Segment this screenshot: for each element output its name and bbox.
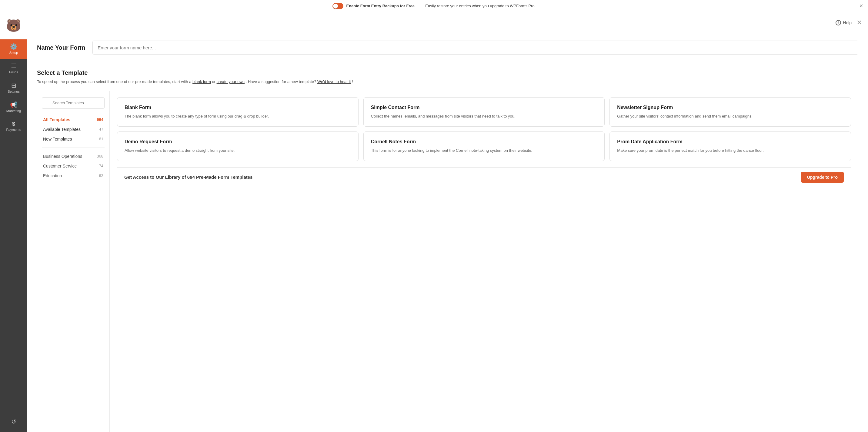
sidebar-label-fields: Fields: [9, 70, 18, 74]
sidebar-item-settings[interactable]: ⊟ Settings: [0, 78, 27, 98]
upsell-bar: Get Access to Our Library of 694 Pre-Mad…: [117, 167, 851, 187]
search-wrapper: 🔍: [42, 97, 104, 109]
filter-education-label: Education: [43, 173, 62, 178]
template-section: Select a Template To speed up the proces…: [27, 62, 868, 432]
sidebar-item-setup[interactable]: ⚙️ Setup: [0, 39, 27, 59]
logo-bear-icon: 🐻: [6, 19, 21, 33]
filter-business-count: 368: [97, 154, 103, 159]
header-bar: ? Help ✕: [27, 12, 868, 33]
help-circle-icon: ?: [836, 20, 841, 26]
sidebar-label-settings: Settings: [7, 90, 20, 93]
help-label: Help: [843, 20, 851, 25]
sidebar-logo: 🐻: [0, 12, 27, 39]
filter-customer-service[interactable]: Customer Service 74: [42, 161, 104, 171]
sidebar: 🐻 ⚙️ Setup ☰ Fields ⊟ Settings 📢 Marketi…: [0, 12, 27, 432]
backup-toggle[interactable]: [333, 3, 343, 9]
settings-icon: ⊟: [11, 82, 17, 89]
template-simple-contact-title: Simple Contact Form: [371, 105, 597, 110]
sidebar-item-revisions[interactable]: ↺: [0, 414, 27, 429]
templates-grid-area: Blank Form The blank form allows you to …: [110, 91, 858, 432]
revisions-icon: ↺: [11, 419, 17, 425]
template-prom-title: Prom Date Application Form: [617, 139, 843, 144]
filter-education[interactable]: Education 62: [42, 171, 104, 180]
template-prom-desc: Make sure your prom date is the perfect …: [617, 147, 843, 154]
filter-available-templates[interactable]: Available Templates 47: [42, 125, 104, 134]
sidebar-item-marketing[interactable]: 📢 Marketing: [0, 98, 27, 117]
template-card-cornell-notes[interactable]: Cornell Notes Form This form is for anyo…: [363, 131, 605, 161]
filter-business-label: Business Operations: [43, 154, 82, 159]
template-card-blank[interactable]: Blank Form The blank form allows you to …: [117, 97, 359, 127]
marketing-icon: 📢: [10, 102, 18, 108]
filter-available-label: Available Templates: [43, 127, 81, 132]
filter-customer-count: 74: [99, 164, 103, 168]
sidebar-bottom: ↺: [0, 414, 27, 432]
filter-new-templates[interactable]: New Templates 61: [42, 134, 104, 144]
template-blank-title: Blank Form: [125, 105, 351, 110]
setup-icon: ⚙️: [10, 44, 18, 50]
notification-sep: |: [420, 4, 421, 8]
fields-icon: ☰: [11, 63, 17, 69]
filter-divider: [42, 147, 104, 148]
form-name-label: Name Your Form: [37, 44, 85, 51]
sidebar-label-marketing: Marketing: [6, 109, 21, 113]
close-button[interactable]: ✕: [857, 19, 862, 27]
suggestion-link[interactable]: We'd love to hear it: [317, 79, 351, 84]
template-demo-desc: Allow website visitors to request a demo…: [125, 147, 351, 154]
filter-new-count: 61: [99, 137, 103, 141]
templates-grid: Blank Form The blank form allows you to …: [117, 97, 851, 161]
filter-sidebar: 🔍 All Templates 694 Available Templates …: [37, 91, 110, 432]
notification-description: Easily restore your entries when you upg…: [425, 4, 535, 8]
template-card-newsletter[interactable]: Newsletter Signup Form Gather your site …: [610, 97, 851, 127]
main-area: ? Help ✕ Name Your Form Select a Templat…: [27, 12, 868, 432]
notification-toggle-label: Enable Form Entry Backups for Free: [346, 4, 414, 8]
filter-customer-label: Customer Service: [43, 164, 77, 168]
template-simple-contact-desc: Collect the names, emails, and messages …: [371, 113, 597, 119]
template-demo-title: Demo Request Form: [125, 139, 351, 144]
notification-close-button[interactable]: ✕: [859, 3, 863, 9]
sidebar-label-payments: Payments: [6, 128, 21, 131]
blank-form-link[interactable]: blank form: [192, 79, 211, 84]
template-card-prom-date[interactable]: Prom Date Application Form Make sure you…: [610, 131, 851, 161]
payments-icon: $: [12, 121, 15, 127]
upgrade-button[interactable]: Upgrade to Pro: [801, 172, 844, 183]
filter-business-operations[interactable]: Business Operations 368: [42, 152, 104, 161]
template-blank-desc: The blank form allows you to create any …: [125, 113, 351, 119]
template-newsletter-desc: Gather your site visitors' contact infor…: [617, 113, 843, 119]
notification-content: Enable Form Entry Backups for Free | Eas…: [333, 3, 536, 9]
template-card-demo-request[interactable]: Demo Request Form Allow website visitors…: [117, 131, 359, 161]
help-button[interactable]: ? Help: [836, 20, 851, 26]
template-cornell-title: Cornell Notes Form: [371, 139, 597, 144]
search-input[interactable]: [42, 97, 104, 109]
sidebar-item-fields[interactable]: ☰ Fields: [0, 59, 27, 78]
template-newsletter-title: Newsletter Signup Form: [617, 105, 843, 110]
create-own-link[interactable]: create your own: [217, 79, 245, 84]
filter-all-templates[interactable]: All Templates 694: [42, 115, 104, 125]
notification-bar: Enable Form Entry Backups for Free | Eas…: [0, 0, 868, 12]
template-cornell-desc: This form is for anyone looking to imple…: [371, 147, 597, 154]
filter-all-count: 694: [97, 117, 103, 122]
sidebar-item-payments[interactable]: $ Payments: [0, 117, 27, 136]
template-heading: Select a Template: [37, 69, 858, 76]
upsell-text: Get Access to Our Library of 694 Pre-Mad…: [124, 174, 252, 180]
sidebar-label-setup: Setup: [9, 51, 18, 55]
template-card-simple-contact[interactable]: Simple Contact Form Collect the names, e…: [363, 97, 605, 127]
form-name-section: Name Your Form: [27, 33, 868, 62]
filter-education-count: 62: [99, 173, 103, 178]
template-body: 🔍 All Templates 694 Available Templates …: [37, 91, 858, 432]
filter-new-label: New Templates: [43, 137, 72, 141]
form-name-input[interactable]: [92, 41, 858, 55]
template-description: To speed up the process you can select f…: [37, 79, 858, 85]
filter-available-count: 47: [99, 127, 103, 131]
filter-all-label: All Templates: [43, 117, 70, 122]
app-wrapper: 🐻 ⚙️ Setup ☰ Fields ⊟ Settings 📢 Marketi…: [0, 12, 868, 432]
